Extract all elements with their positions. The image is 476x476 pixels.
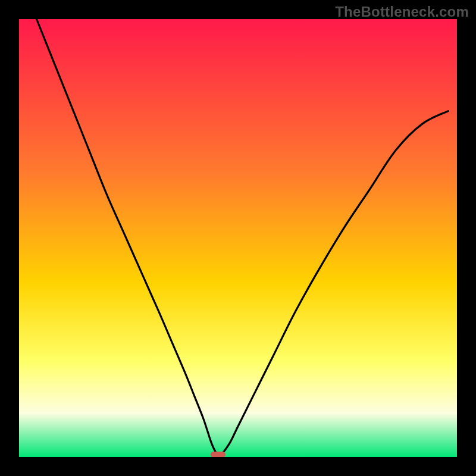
chart-svg: [19, 19, 457, 457]
plot-area: [19, 19, 457, 457]
gradient-background: [19, 19, 457, 457]
chart-frame: TheBottleneck.com: [0, 0, 476, 476]
minimum-marker: [211, 452, 226, 457]
watermark-text: TheBottleneck.com: [335, 4, 469, 20]
